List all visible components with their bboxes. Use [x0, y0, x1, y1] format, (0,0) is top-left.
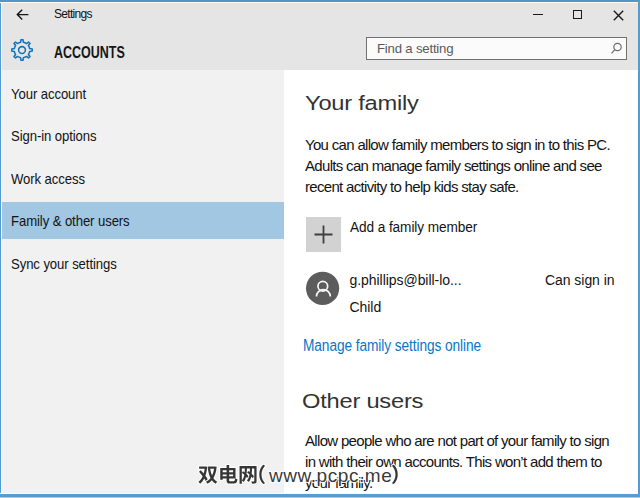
svg-text:www.pcpc.me: www.pcpc.me [268, 465, 392, 486]
